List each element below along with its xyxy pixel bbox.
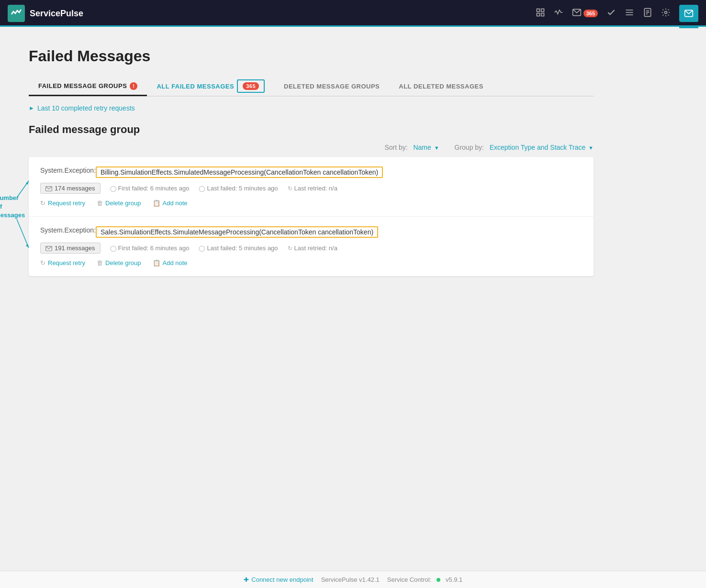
tabs-bar: FAILED MESSAGE GROUPS ! ALL FAILED MESSA… (29, 77, 594, 97)
retry-icon-1: ↻ (288, 185, 292, 192)
exception-method-1: Billing.SimulationEffects.SimulatedMessa… (96, 166, 383, 178)
service-control-status-dot (437, 578, 440, 582)
group-chevron-icon[interactable]: ▼ (588, 145, 594, 151)
group-item-1-header: System.Exception: Billing.SimulationEffe… (40, 166, 582, 178)
list-icon[interactable] (625, 8, 634, 20)
request-retry-2-label: Request retry (48, 259, 85, 266)
msg-count-2: 191 messages (40, 243, 101, 254)
navbar: ServicePulse 365 (0, 0, 706, 27)
service-control-wrap: Service Control: v5.9.1 (387, 576, 463, 583)
first-failed-1-text: First failed: 6 minutes ago (118, 185, 190, 192)
group-value[interactable]: Exception Type and Stack Trace (490, 144, 586, 151)
last-retried-2-text: Last retried: n/a (294, 244, 337, 252)
svg-text:Of: Of (0, 203, 2, 210)
app-logo (8, 5, 25, 22)
groups-outer-wrapper: Number Of Messages System.Exception: Bil… (29, 157, 594, 276)
note-action-icon-2: 📋 (153, 259, 160, 266)
group-item-1-meta: 174 messages ◯ First failed: 6 minutes a… (40, 183, 582, 194)
add-note-2-label: Add note (163, 259, 188, 266)
delete-group-1[interactable]: 🗑 Delete group (97, 200, 141, 207)
checkmark-icon[interactable] (606, 8, 616, 20)
last-retried-2: ↻ Last retried: n/a (288, 244, 337, 252)
chevron-right-icon: ► (29, 105, 34, 111)
group-label-wrap: Group by: Exception Type and Stack Trace… (455, 144, 594, 151)
tab-all-deleted[interactable]: ALL DELETED MESSAGES (389, 78, 493, 95)
tab-all-deleted-label: ALL DELETED MESSAGES (399, 83, 483, 90)
retry-toggle[interactable]: ► Last 10 completed retry requests (29, 104, 594, 112)
connect-label: Connect new endpoint (251, 576, 313, 583)
msg-count-1: 174 messages (40, 183, 101, 194)
envelope-icon-2 (45, 245, 52, 251)
tab-failed-groups[interactable]: FAILED MESSAGE GROUPS ! (29, 78, 147, 96)
delete-group-1-label: Delete group (105, 200, 141, 207)
envelope-icon-1 (45, 186, 52, 191)
last-retried-1-text: Last retried: n/a (294, 185, 337, 192)
messages-active-button[interactable] (679, 5, 698, 22)
clock-icon-1a: ◯ (110, 185, 116, 192)
retry-toggle-label: Last 10 completed retry requests (37, 104, 135, 112)
heartbeat-icon[interactable] (554, 8, 563, 20)
service-control-version: v5.9.1 (446, 576, 462, 583)
brand: ServicePulse (8, 5, 83, 22)
tab-all-failed[interactable]: ALL FAILED MESSAGES 365 (147, 77, 274, 96)
clock-icon-1b: ◯ (199, 185, 205, 192)
group-item-2-meta: 191 messages ◯ First failed: 6 minutes a… (40, 243, 582, 254)
delete-group-2[interactable]: 🗑 Delete group (97, 259, 141, 266)
svg-point-12 (665, 11, 667, 13)
tab-all-failed-badge-wrap: 365 (237, 79, 265, 93)
settings-icon[interactable] (661, 8, 671, 20)
last-failed-2: ◯ Last failed: 5 minutes ago (199, 244, 278, 252)
sort-label: Sort by: (384, 144, 407, 151)
request-retry-1[interactable]: ↻ Request retry (40, 200, 85, 207)
service-control-label: Service Control: (387, 576, 431, 583)
connect-icon: ✚ (244, 576, 249, 583)
first-failed-2: ◯ First failed: 6 minutes ago (110, 244, 190, 252)
exception-method-2: Sales.SimulationEffects.SimulateMessageP… (96, 226, 378, 238)
version-label: ServicePulse v1.42.1 (321, 576, 380, 583)
tab-all-failed-badge: 365 (243, 82, 259, 90)
svg-rect-3 (541, 13, 544, 16)
sort-value[interactable]: Name (413, 144, 431, 151)
endpoints-icon[interactable] (536, 8, 545, 20)
tab-all-failed-label: ALL FAILED MESSAGES (157, 83, 234, 90)
tab-deleted-groups-label: DELETED MESSAGE GROUPS (284, 83, 380, 90)
delete-group-2-label: Delete group (105, 259, 141, 266)
mail-icon[interactable] (572, 8, 582, 20)
last-failed-2-text: Last failed: 5 minutes ago (207, 244, 278, 252)
group-item-2: System.Exception: Sales.SimulationEffect… (29, 217, 594, 276)
group-item-2-header: System.Exception: Sales.SimulationEffect… (40, 226, 582, 238)
svg-line-19 (17, 219, 29, 248)
svg-text:Number: Number (0, 194, 19, 201)
request-retry-1-label: Request retry (48, 200, 85, 207)
clock-icon-2b: ◯ (199, 245, 205, 252)
add-note-2[interactable]: 📋 Add note (153, 259, 188, 266)
svg-rect-2 (537, 13, 539, 16)
add-note-1[interactable]: 📋 Add note (153, 200, 188, 207)
request-retry-2[interactable]: ↻ Request retry (40, 259, 85, 266)
note-action-icon-1: 📋 (153, 200, 160, 207)
first-failed-2-text: First failed: 6 minutes ago (118, 244, 190, 252)
svg-rect-1 (541, 9, 544, 11)
page-title: Failed Messages (29, 47, 594, 65)
last-retried-1: ↻ Last retried: n/a (288, 185, 337, 192)
exception-type-1: System.Exception: (40, 166, 96, 174)
last-failed-1: ◯ Last failed: 5 minutes ago (199, 185, 278, 192)
group-item-2-actions: ↻ Request retry 🗑 Delete group 📋 Add not… (40, 259, 582, 266)
exception-type-2: System.Exception: (40, 226, 96, 234)
svg-rect-0 (537, 9, 539, 11)
group-card: System.Exception: Billing.SimulationEffe… (29, 157, 594, 276)
retry-action-icon-1: ↻ (40, 200, 45, 207)
messages-badge: 365 (583, 10, 598, 17)
msg-count-2-text: 191 messages (55, 244, 95, 252)
sort-chevron-icon[interactable]: ▼ (434, 145, 439, 151)
group-item-1: System.Exception: Billing.SimulationEffe… (29, 157, 594, 217)
section-title: Failed message group (29, 123, 594, 136)
document-icon[interactable] (643, 8, 652, 20)
group-label: Group by: (455, 144, 484, 151)
svg-text:Messages: Messages (0, 211, 25, 219)
connect-endpoint-link[interactable]: ✚ Connect new endpoint (244, 576, 314, 583)
footer: ✚ Connect new endpoint ServicePulse v1.4… (0, 571, 706, 588)
svg-line-17 (17, 181, 29, 198)
tab-deleted-groups[interactable]: DELETED MESSAGE GROUPS (274, 78, 389, 95)
trash-action-icon-2: 🗑 (97, 259, 103, 266)
